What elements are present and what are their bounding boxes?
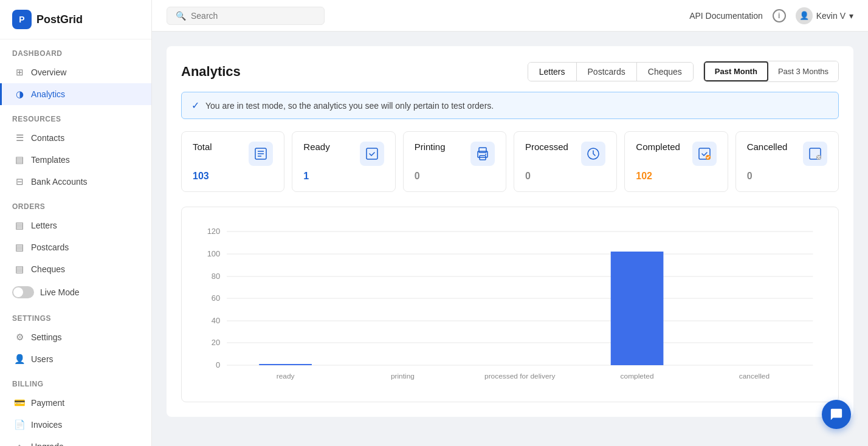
info-banner: ✓ You are in test mode, so the analytics…	[181, 92, 839, 119]
stat-printing-icon	[470, 142, 495, 166]
stat-card-total: Total 103	[181, 131, 284, 192]
svg-text:0: 0	[216, 361, 220, 369]
user-avatar: 👤	[796, 7, 813, 24]
logo-text: PostGrid	[36, 13, 83, 26]
svg-text:100: 100	[207, 250, 221, 258]
templates-icon: ▤	[14, 154, 25, 165]
sidebar-item-contacts[interactable]: ☰ Contacts	[0, 127, 151, 149]
period-past-3-months[interactable]: Past 3 Months	[768, 61, 838, 81]
sidebar-item-payment[interactable]: 💳 Payment	[0, 392, 151, 414]
page-title: Analytics	[181, 64, 518, 80]
sidebar-item-users[interactable]: 👤 Users	[0, 348, 151, 370]
sidebar-item-templates[interactable]: ▤ Templates	[0, 149, 151, 171]
stat-ready-label: Ready	[303, 142, 329, 152]
chevron-down-icon: ▾	[849, 11, 853, 21]
stat-completed-icon	[692, 142, 717, 166]
live-mode-row: Live Mode	[0, 280, 151, 304]
stat-processed-icon	[581, 142, 605, 166]
main-area: 🔍 API Documentation i 👤 Kevin V ▾ Analyt…	[152, 0, 868, 446]
stat-card-cancelled-top: Cancelled	[747, 142, 827, 166]
stat-card-total-top: Total	[193, 142, 273, 166]
svg-text:60: 60	[212, 294, 220, 302]
period-past-month[interactable]: Past Month	[704, 61, 768, 81]
sidebar-item-overview-label: Overview	[31, 67, 66, 77]
topbar-right: API Documentation i 👤 Kevin V ▾	[689, 7, 853, 24]
stat-cancelled-label: Cancelled	[747, 142, 788, 152]
sidebar-item-postcards[interactable]: ▤ Postcards	[0, 236, 151, 258]
section-title-resources: Resources	[0, 105, 151, 127]
section-title-settings: Settings	[0, 304, 151, 326]
chart-inner: 120 100 80 60 40 20 0 ready	[194, 219, 826, 389]
sidebar-item-invoices-label: Invoices	[31, 420, 62, 430]
search-input[interactable]	[191, 11, 315, 21]
live-mode-toggle[interactable]	[12, 286, 34, 298]
sidebar-item-cheques[interactable]: ▤ Cheques	[0, 258, 151, 280]
sidebar-item-postcards-label: Postcards	[31, 242, 69, 252]
svg-text:ready: ready	[277, 372, 295, 380]
search-box[interactable]: 🔍	[167, 7, 325, 25]
svg-text:cancelled: cancelled	[739, 372, 770, 380]
sidebar-item-payment-label: Payment	[31, 398, 64, 408]
content-area: Analytics Letters Postcards Cheques Past…	[152, 32, 868, 446]
stat-ready-value: 1	[303, 171, 384, 182]
sidebar-item-letters-label: Letters	[31, 221, 57, 230]
sidebar-item-overview[interactable]: ⊞ Overview	[0, 61, 151, 83]
stat-cancelled-value: 0	[747, 171, 827, 182]
stat-card-completed: Completed 102	[624, 131, 728, 192]
sidebar-item-invoices[interactable]: 📄 Invoices	[0, 414, 151, 436]
svg-text:80: 80	[212, 272, 220, 280]
type-tab-group: Letters Postcards Cheques	[528, 62, 694, 81]
letters-icon: ▤	[14, 220, 25, 231]
postcards-icon: ▤	[14, 242, 25, 253]
user-area[interactable]: 👤 Kevin V ▾	[796, 7, 853, 24]
stat-completed-label: Completed	[636, 142, 680, 152]
bar-chart: 120 100 80 60 40 20 0 ready	[194, 219, 826, 389]
svg-rect-28	[259, 364, 312, 365]
sidebar-item-bank-accounts[interactable]: ⊟ Bank Accounts	[0, 171, 151, 193]
api-documentation-link[interactable]: API Documentation	[689, 11, 763, 21]
stat-card-printing-top: Printing	[415, 142, 495, 166]
svg-text:processed for delivery: processed for delivery	[484, 372, 556, 380]
svg-text:completed: completed	[621, 372, 654, 380]
section-title-billing: Billing	[0, 370, 151, 392]
sidebar-item-letters[interactable]: ▤ Letters	[0, 214, 151, 236]
info-banner-text: You are in test mode, so the analytics y…	[205, 101, 494, 111]
info-icon[interactable]: i	[773, 9, 786, 22]
sidebar-item-analytics-label: Analytics	[31, 89, 65, 99]
logo: P PostGrid	[0, 0, 151, 39]
stat-total-icon	[249, 142, 273, 166]
stat-printing-value: 0	[415, 171, 495, 182]
chat-fab[interactable]	[822, 400, 851, 429]
sidebar-item-bank-accounts-label: Bank Accounts	[31, 177, 88, 187]
stat-printing-label: Printing	[415, 142, 446, 152]
tab-letters[interactable]: Letters	[528, 63, 577, 81]
svg-rect-32	[611, 252, 664, 365]
sidebar-item-settings-label: Settings	[31, 332, 62, 342]
info-banner-icon: ✓	[191, 100, 199, 111]
svg-text:120: 120	[207, 227, 221, 235]
svg-rect-5	[479, 148, 486, 153]
cheques-icon: ▤	[14, 264, 25, 275]
tab-cheques[interactable]: Cheques	[637, 63, 693, 81]
sidebar-item-settings[interactable]: ⚙ Settings	[0, 326, 151, 348]
tab-postcards[interactable]: Postcards	[577, 63, 637, 81]
period-tab-group: Past Month Past 3 Months	[703, 61, 839, 82]
sidebar-item-cheques-label: Cheques	[31, 264, 65, 274]
sidebar-item-users-label: Users	[31, 354, 53, 364]
sidebar: P PostGrid Dashboard ⊞ Overview ◑ Analyt…	[0, 0, 152, 446]
logo-icon: P	[12, 10, 32, 29]
payment-icon: 💳	[14, 397, 25, 408]
stat-total-label: Total	[193, 142, 212, 152]
stat-card-processed-top: Processed	[525, 142, 605, 166]
sidebar-item-upgrade[interactable]: ↑ Upgrade	[0, 436, 151, 446]
stat-card-completed-top: Completed	[636, 142, 716, 166]
sidebar-item-analytics[interactable]: ◑ Analytics	[0, 83, 151, 105]
svg-text:40: 40	[212, 317, 220, 324]
svg-point-8	[485, 154, 486, 155]
topbar: 🔍 API Documentation i 👤 Kevin V ▾	[152, 0, 868, 32]
stat-total-value: 103	[193, 171, 273, 182]
svg-text:20: 20	[212, 338, 220, 346]
users-icon: 👤	[14, 354, 25, 365]
sidebar-item-contacts-label: Contacts	[31, 133, 64, 143]
contacts-icon: ☰	[14, 132, 25, 143]
